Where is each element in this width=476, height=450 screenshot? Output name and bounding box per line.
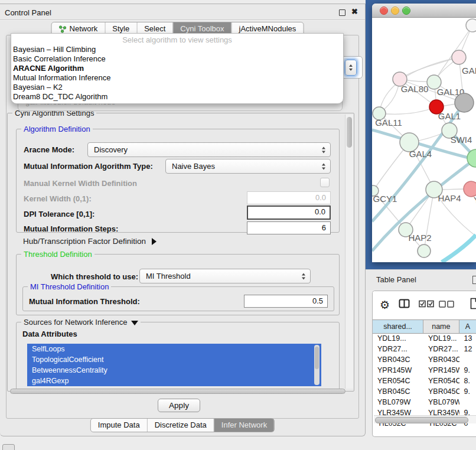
table-cell: YBR045C bbox=[373, 386, 423, 397]
unchecked-boxes-icon[interactable] bbox=[439, 301, 454, 308]
split-columns-icon[interactable] bbox=[399, 299, 410, 309]
table-cell bbox=[459, 354, 476, 365]
network-node-gray[interactable] bbox=[455, 93, 474, 112]
dpi-tolerance-field[interactable]: 0.0 bbox=[247, 206, 331, 220]
network-node-label: GAL1 bbox=[438, 111, 461, 121]
settings-vertical-scrollbar[interactable] bbox=[345, 115, 353, 389]
kernel-width-field[interactable]: 0.0 bbox=[247, 191, 331, 204]
table-cell: 13 bbox=[459, 333, 476, 344]
table-column-header[interactable]: name bbox=[423, 320, 459, 333]
algorithm-popup-item[interactable]: Bayesian – K2 bbox=[11, 83, 343, 92]
manual-kernel-width-label: Manual Kernel Width Definition bbox=[24, 179, 137, 188]
network-node-label: GAL80 bbox=[401, 84, 429, 94]
table-horizontal-scrollbar[interactable] bbox=[374, 415, 476, 423]
table-cell: YDR27... bbox=[373, 344, 423, 354]
table-cell: YBL079W bbox=[373, 397, 423, 407]
mi-steps-field[interactable]: 6 bbox=[247, 221, 331, 234]
tab-label: Infer Network bbox=[221, 419, 267, 432]
tab-infer-network[interactable]: Infer Network bbox=[214, 419, 274, 432]
attributes-scrollbar-thumb[interactable] bbox=[315, 347, 319, 369]
table-cell: YPR145W bbox=[373, 365, 423, 376]
algorithm-popup-prompt: Select algorithm to view settings bbox=[11, 35, 343, 45]
network-node-label: GCY1 bbox=[373, 194, 397, 204]
table-header-row: shared...nameA bbox=[373, 319, 476, 334]
spinner-icon bbox=[302, 273, 305, 279]
mi-algorithm-type-select[interactable]: Naive Bayes bbox=[165, 159, 331, 174]
control-panel-window: Control Panel ✖ Network Style Select Cyn… bbox=[0, 4, 366, 436]
minimize-traffic-light-icon[interactable] bbox=[391, 6, 399, 15]
expander-arrow-icon bbox=[152, 238, 157, 245]
manual-kernel-width-checkbox[interactable] bbox=[320, 178, 330, 187]
table-row[interactable]: YBR045CYBR045C9. bbox=[373, 386, 476, 397]
table-horizontal-scrollbar-thumb[interactable] bbox=[375, 417, 468, 423]
table-column-header[interactable]: A bbox=[459, 320, 476, 333]
zoom-traffic-light-icon[interactable] bbox=[402, 6, 410, 15]
network-node-gal-partial[interactable] bbox=[452, 50, 466, 64]
table-column-header[interactable]: shared... bbox=[373, 320, 423, 333]
float-window-icon[interactable] bbox=[339, 9, 345, 16]
dpi-tolerance-label: DPI Tolerance [0,1]: bbox=[24, 210, 94, 219]
tab-impute-data[interactable]: Impute Data bbox=[91, 419, 147, 432]
settings-scrollbar-thumb[interactable] bbox=[347, 117, 352, 148]
network-node-partial-bottom[interactable] bbox=[418, 244, 431, 257]
close-traffic-light-icon[interactable] bbox=[380, 6, 388, 15]
data-attribute-item[interactable]: TopologicalCoefficient bbox=[27, 354, 321, 365]
algorithm-popup-item[interactable]: ARACNE Algorithm bbox=[11, 64, 343, 73]
attributes-scrollbar[interactable] bbox=[314, 345, 319, 385]
tab-discretize-data[interactable]: Discretize Data bbox=[147, 419, 214, 432]
network-node-label: HAP2 bbox=[408, 233, 431, 243]
algorithm-popup-item[interactable]: Mutual Information Inference bbox=[11, 73, 343, 83]
table-row[interactable]: YBR043CYBR043C bbox=[373, 354, 476, 365]
data-attribute-item[interactable]: BetweennessCentrality bbox=[27, 365, 321, 376]
settings-horizontal-scrollbar[interactable] bbox=[10, 389, 345, 394]
algorithm-popup-item[interactable]: Basic Correlation Inference bbox=[11, 54, 343, 64]
mi-threshold-label: Mutual Information Threshold: bbox=[29, 297, 140, 306]
which-threshold-value: MI Threshold bbox=[146, 272, 191, 281]
data-attributes-list[interactable]: SelfLoopsTopologicalCoefficientBetweenne… bbox=[27, 344, 321, 386]
network-node-label: GAL11 bbox=[375, 118, 402, 128]
table-row[interactable]: YDR27...YDR27...12 bbox=[373, 344, 476, 354]
sources-title[interactable]: Sources for Network Inference bbox=[21, 318, 141, 327]
algorithm-popup-item[interactable]: Bayesian – Hill Climbing bbox=[11, 45, 343, 54]
network-tab-icon bbox=[59, 25, 67, 33]
data-attribute-item[interactable]: SelfLoops bbox=[27, 344, 321, 354]
aracne-mode-select[interactable]: Discovery bbox=[87, 142, 331, 157]
aracne-mode-value: Discovery bbox=[94, 145, 128, 154]
gear-icon[interactable]: ⚙ bbox=[380, 298, 390, 311]
algorithm-popup-item[interactable]: Dream8 DC_TDC Algorithm bbox=[11, 92, 343, 102]
table-cell: YBL079W bbox=[423, 397, 459, 407]
mi-threshold-definition-title: MI Threshold Definition bbox=[28, 282, 111, 291]
kernel-width-label: Kernel Width (0,1): bbox=[24, 194, 92, 203]
algorithm-definition-group: Algorithm Definition Aracne Mode: Discov… bbox=[16, 129, 340, 233]
table-panel-bar: Table Panel bbox=[366, 269, 476, 290]
apply-button[interactable]: Apply bbox=[158, 399, 200, 412]
network-window-titlebar[interactable] bbox=[372, 4, 476, 18]
mini-panel-icon[interactable] bbox=[2, 444, 15, 450]
mi-threshold-field[interactable]: 0.5 bbox=[244, 295, 328, 308]
document-icon[interactable] bbox=[470, 298, 476, 309]
table-cell: YER054C bbox=[423, 376, 459, 386]
table-row[interactable]: YER054CYER054C8. bbox=[373, 376, 476, 386]
close-window-icon[interactable]: ✖ bbox=[351, 7, 358, 16]
which-threshold-label: Which threshold to use: bbox=[51, 272, 138, 281]
table-toolbar: ⚙ bbox=[373, 291, 476, 319]
table-cell: YBR043C bbox=[373, 354, 423, 365]
which-threshold-select[interactable]: MI Threshold bbox=[139, 269, 311, 283]
sources-group: Sources for Network Inference Data Attri… bbox=[16, 322, 340, 390]
tab-label: Impute Data bbox=[98, 419, 140, 432]
table-row[interactable]: YDL19...YDL19...13 bbox=[373, 333, 476, 344]
data-attributes-label: Data Attributes bbox=[22, 330, 77, 338]
table-cell bbox=[459, 397, 476, 407]
titlebar-separator bbox=[0, 19, 365, 20]
table-panel-float-icon[interactable] bbox=[472, 276, 476, 284]
settings-horizontal-scrollbar-thumb[interactable] bbox=[10, 389, 345, 394]
data-attribute-item[interactable]: gal4RGexp bbox=[27, 376, 321, 386]
network-node-label: SWI4 bbox=[451, 135, 472, 145]
hub-expander[interactable]: Hub/Transcription Factor Definition bbox=[23, 237, 157, 246]
combo-spinner-icon[interactable] bbox=[345, 60, 357, 76]
table-row[interactable]: YPR145WYPR145W9. bbox=[373, 365, 476, 376]
table-row[interactable]: YBL079WYBL079W bbox=[373, 397, 476, 407]
network-canvas[interactable]: GALGAL80GAL10GAL1GAL11SWI4GAL4GCY1HAP4YH… bbox=[372, 18, 476, 262]
network-node-partial-top[interactable] bbox=[466, 19, 476, 32]
checked-boxes-icon[interactable] bbox=[419, 300, 434, 308]
